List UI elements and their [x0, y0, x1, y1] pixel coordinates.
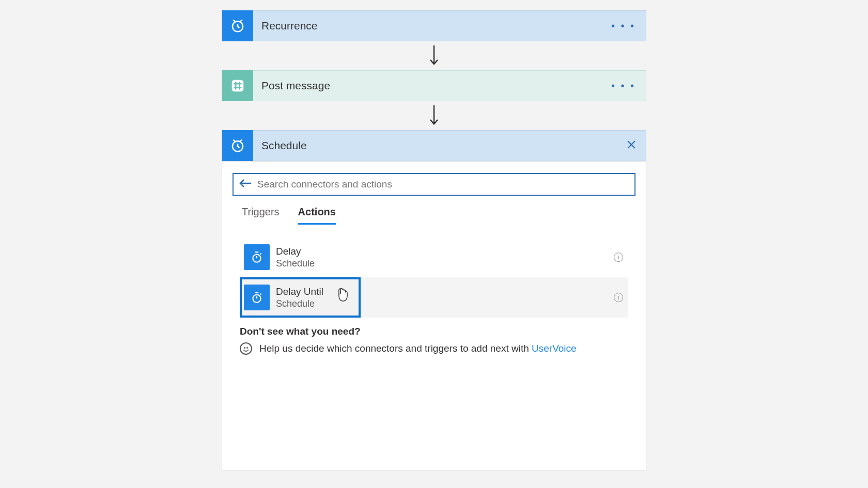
step-schedule-header: Schedule: [222, 130, 646, 161]
smiley-icon: [240, 342, 252, 355]
close-button[interactable]: [626, 138, 637, 153]
action-row-delay-until[interactable]: Delay Until Schedule i: [240, 277, 628, 318]
info-icon[interactable]: i: [614, 293, 623, 302]
timer-icon: [244, 285, 270, 310]
timer-icon: [244, 244, 270, 270]
tab-triggers[interactable]: Triggers: [242, 206, 280, 225]
svg-rect-1: [232, 80, 244, 92]
action-title: Delay: [276, 246, 315, 257]
flow-arrow: [222, 41, 646, 70]
clock-icon: [222, 130, 253, 161]
search-box[interactable]: [233, 173, 636, 196]
action-subtitle: Schedule: [276, 298, 323, 309]
more-menu-button[interactable]: • • •: [611, 20, 636, 32]
step-title: Schedule: [261, 139, 307, 152]
svg-point-3: [253, 255, 260, 262]
action-title: Delay Until: [276, 286, 323, 297]
flow-canvas: Recurrence • • • Post message • • • Sche…: [0, 0, 868, 488]
tab-actions[interactable]: Actions: [298, 206, 336, 225]
info-icon[interactable]: i: [614, 253, 623, 262]
help-title: Don't see what you need?: [240, 326, 628, 337]
tabs: Triggers Actions: [233, 196, 636, 225]
step-recurrence[interactable]: Recurrence • • •: [222, 10, 646, 41]
uservoice-link[interactable]: UserVoice: [532, 343, 577, 354]
help-block: Don't see what you need? Help us decide …: [233, 326, 636, 355]
back-arrow-icon[interactable]: [239, 178, 252, 191]
clock-icon: [222, 10, 253, 41]
flow-arrow: [222, 101, 646, 130]
actions-list: Delay Schedule i Delay Until Schedule: [233, 237, 636, 318]
more-menu-button[interactable]: • • •: [611, 80, 636, 92]
action-picker-panel: Triggers Actions Delay Schedule i: [222, 161, 646, 471]
action-row-delay[interactable]: Delay Schedule i: [240, 237, 628, 277]
step-post-message[interactable]: Post message • • •: [222, 70, 646, 101]
cursor-icon: [337, 288, 348, 304]
hash-icon: [222, 70, 253, 101]
search-input[interactable]: [257, 179, 629, 190]
help-text: Help us decide which connectors and trig…: [259, 343, 532, 354]
action-subtitle: Schedule: [276, 258, 315, 269]
step-title: Post message: [261, 80, 330, 92]
step-title: Recurrence: [261, 20, 318, 32]
